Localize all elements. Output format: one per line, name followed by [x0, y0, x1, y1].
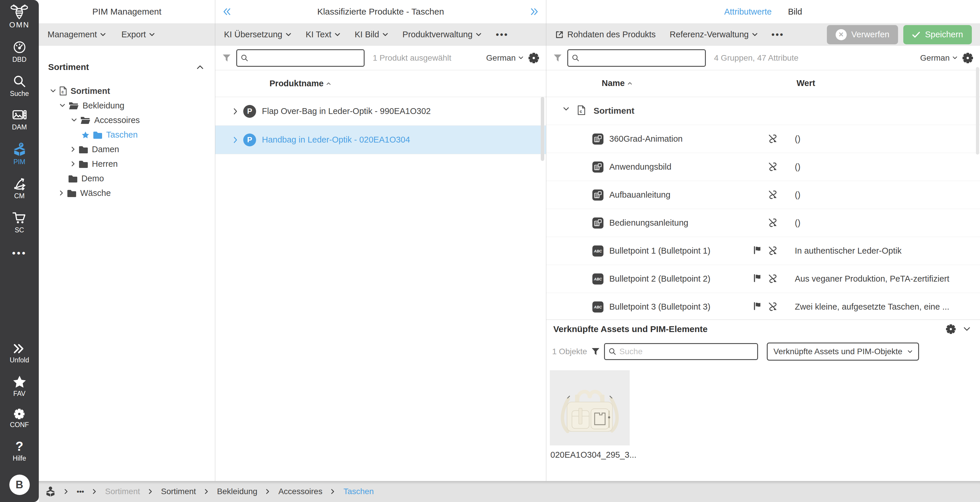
tree-node-demo[interactable]: Demo: [39, 171, 215, 186]
flag-icon[interactable]: [753, 273, 762, 283]
unlink-icon[interactable]: [768, 162, 778, 172]
column-name[interactable]: Name: [602, 78, 632, 88]
selection-status: 1 Produkt ausgewählt: [373, 53, 451, 63]
collapse-chevron-up-icon[interactable]: [197, 65, 203, 69]
language-selector[interactable]: German: [920, 53, 957, 63]
chevron-down-icon[interactable]: [51, 89, 56, 93]
products-search-input[interactable]: [251, 53, 360, 63]
asset-thumbnail[interactable]: [550, 370, 630, 445]
unlink-icon[interactable]: [768, 246, 778, 256]
rail-item-hilfe[interactable]: ? Hilfe: [13, 440, 26, 462]
attr-search-input[interactable]: [582, 53, 702, 63]
column-name-label: Name: [602, 78, 625, 88]
rail-item-sc[interactable]: SC: [12, 211, 27, 234]
menu-produktverwaltung[interactable]: Produktverwaltung: [402, 30, 481, 39]
settings-gear-icon[interactable]: [528, 53, 539, 63]
products-scrollbar[interactable]: [541, 97, 544, 161]
menu-export[interactable]: Export: [121, 30, 154, 39]
menu-label: KI Bild: [355, 30, 379, 39]
menu-ki-bild[interactable]: KI Bild: [355, 30, 388, 39]
tab-bild[interactable]: Bild: [788, 7, 802, 17]
expand-right-icon[interactable]: [530, 0, 538, 23]
breadcrumb-item[interactable]: Accessoires: [278, 487, 322, 496]
chevron-down-icon[interactable]: [60, 104, 65, 107]
attr-row-bulletpoint3[interactable]: ABC Bulletpoint 3 (Bulletpoint 3) Zwei k…: [546, 293, 980, 319]
product-row-selected[interactable]: P Handbag in Leder-Optik - 020EA1O304: [215, 126, 546, 154]
rail-more-icon[interactable]: •••: [12, 248, 27, 259]
rail-item-dbd[interactable]: DBD: [12, 41, 27, 64]
tree-node-bekleidung[interactable]: Bekleidung: [39, 98, 215, 113]
flag-icon[interactable]: [753, 245, 762, 255]
unlink-icon[interactable]: [768, 274, 778, 284]
tree-node-sortiment[interactable]: c Sortiment: [39, 84, 215, 98]
rail-item-fav[interactable]: FAV: [13, 375, 26, 398]
attr-row-bulletpoint2[interactable]: ABC Bulletpoint 2 (Bulletpoint 2) Aus ve…: [546, 265, 980, 293]
attr-row-360grad[interactable]: 360Grad-Animation (): [546, 125, 980, 153]
filter-funnel-icon[interactable]: [222, 54, 231, 62]
filter-funnel-icon[interactable]: [591, 347, 600, 356]
save-button[interactable]: Speichern: [903, 25, 972, 44]
product-row[interactable]: P Flap Over-Bag in Leder-Optik - 990EA1O…: [215, 97, 546, 126]
tree-node-waesche[interactable]: Wäsche: [39, 186, 215, 200]
rail-item-pim[interactable]: P PIM: [13, 142, 27, 166]
tree-node-damen[interactable]: Damen: [39, 142, 215, 157]
user-avatar[interactable]: B: [10, 475, 30, 495]
products-table-header[interactable]: Produktname: [215, 70, 546, 97]
filter-funnel-icon[interactable]: [553, 54, 562, 62]
expand-chevron-icon[interactable]: [233, 108, 237, 114]
tree-node-accessoires[interactable]: Accessoires: [39, 113, 215, 127]
unlink-icon[interactable]: [768, 134, 778, 144]
column-wert[interactable]: Wert: [797, 78, 815, 88]
linked-filter-dropdown[interactable]: Verknüpfte Assets und PIM-Objekte: [767, 343, 919, 361]
pim-breadcrumb-icon[interactable]: [45, 486, 56, 497]
unlink-icon[interactable]: [768, 302, 778, 311]
attr-name: Anwendungsbild: [609, 162, 671, 172]
tree-node-taschen[interactable]: Taschen: [39, 127, 215, 142]
flag-icon[interactable]: [753, 302, 762, 311]
collapse-left-icon[interactable]: [223, 0, 232, 23]
chevron-down-icon[interactable]: [563, 107, 569, 111]
rail-item-suche[interactable]: Suche: [10, 75, 29, 98]
settings-gear-icon[interactable]: [963, 53, 973, 63]
dashboard-icon: [13, 41, 26, 54]
breadcrumb-item-current[interactable]: Taschen: [343, 487, 374, 496]
breadcrumb-ellipsis[interactable]: •••: [77, 488, 84, 496]
attr-row-bulletpoint1[interactable]: ABC Bulletpoint 1 (Bulletpoint 1) In aut…: [546, 237, 980, 265]
raw-data-button[interactable]: Rohdaten des Produkts: [555, 30, 655, 39]
attr-scrollbar[interactable]: [976, 67, 979, 154]
menu-management[interactable]: Management: [48, 30, 106, 39]
attr-row-aufbauanleitung[interactable]: Aufbauanleitung (): [546, 181, 980, 209]
expand-chevron-icon[interactable]: [233, 137, 237, 143]
chevron-right-icon[interactable]: [60, 191, 63, 195]
attr-group-row[interactable]: c Sortiment: [546, 97, 980, 125]
unlink-icon[interactable]: [768, 218, 778, 228]
chevron-right-icon[interactable]: [72, 161, 75, 167]
collapse-chevron-down-icon[interactable]: [964, 327, 970, 331]
rail-item-unfold[interactable]: Unfold: [10, 343, 29, 364]
linked-controls: 1 Objekte Verknüpfte Assets und PIM-Obje…: [546, 338, 980, 365]
rail-item-conf[interactable]: CONF: [10, 409, 29, 429]
settings-gear-icon[interactable]: [946, 324, 956, 334]
menu-ki-text[interactable]: KI Text: [305, 30, 340, 39]
attr-row-bedienungsanleitung[interactable]: Bedienungsanleitung (): [546, 209, 980, 237]
menu-referenz-verwaltung[interactable]: Referenz-Verwaltung: [670, 30, 757, 39]
breadcrumb-item[interactable]: Sortiment: [161, 487, 196, 496]
breadcrumb-item[interactable]: Bekleidung: [217, 487, 258, 496]
linked-asset-card[interactable]: 020EA1O304_295_3...: [550, 370, 630, 460]
omn-logo[interactable]: OMN: [10, 4, 30, 29]
rail-item-cm[interactable]: CM: [13, 177, 26, 200]
chevron-right-icon[interactable]: [72, 147, 75, 152]
menu-ki-uebersetzung[interactable]: KI Übersetzung: [224, 30, 291, 39]
tree-node-herren[interactable]: Herren: [39, 157, 215, 171]
chevron-down-icon[interactable]: [72, 118, 77, 122]
more-menu-icon[interactable]: •••: [496, 30, 509, 40]
rail-item-dam[interactable]: DAM: [12, 109, 27, 131]
tab-attributwerte[interactable]: Attributwerte: [724, 7, 772, 17]
language-selector[interactable]: German: [486, 53, 523, 63]
discard-button[interactable]: ✕ Verwerfen: [827, 25, 898, 44]
more-menu-icon[interactable]: •••: [772, 30, 784, 40]
attr-row-anwendungsbild[interactable]: Anwendungsbild (): [546, 153, 980, 181]
breadcrumb-item[interactable]: Sortiment: [105, 487, 140, 496]
unlink-icon[interactable]: [768, 190, 778, 200]
linked-search-input[interactable]: [619, 347, 754, 356]
